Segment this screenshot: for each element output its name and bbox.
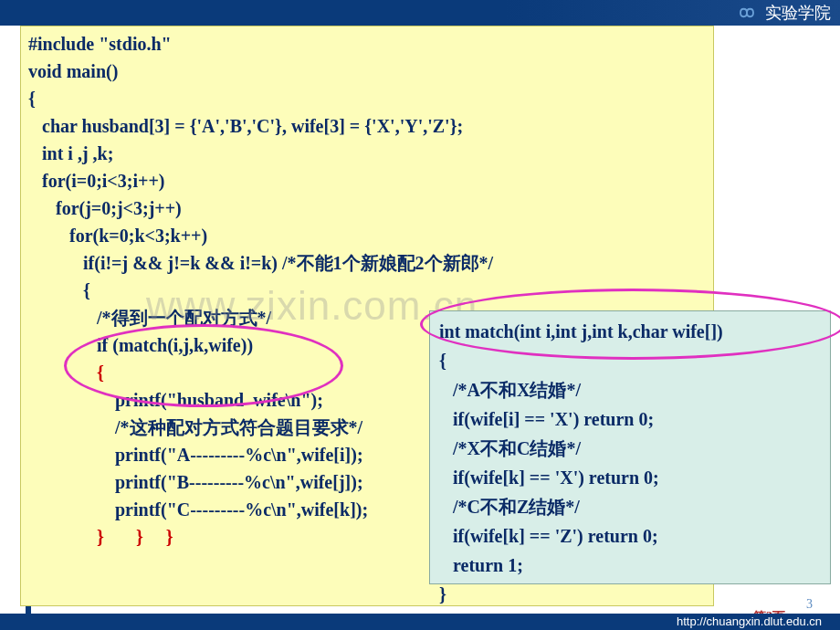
institution-text: 实验学院 (765, 2, 831, 24)
code-line: for(i=0;i<3;i++) (28, 167, 706, 194)
code-line: /*X不和C结婚*/ (439, 434, 821, 463)
code-line: if(wife[k] == 'Z') return 0; (439, 521, 821, 551)
code-line: for(j=0;j<3;j++) (28, 194, 706, 222)
code-line: /*C不和Z结婚*/ (439, 492, 821, 521)
header-bar: 实验学院 (0, 0, 840, 26)
highlight-ellipse-left (64, 324, 343, 407)
code-line: void main() (28, 58, 706, 85)
code-line: int i ,j ,k; (28, 140, 706, 167)
code-line: if(wife[k] == 'X') return 0; (439, 463, 821, 492)
infinity-logo-icon (734, 3, 760, 23)
code-line: { (28, 85, 706, 112)
code-line: } (439, 580, 821, 609)
highlight-ellipse-right (420, 289, 840, 360)
code-line: char husband[3] = {'A','B','C'}, wife[3]… (28, 112, 706, 140)
code-line: if(wife[i] == 'X') return 0; (439, 404, 821, 434)
code-line: if(i!=j && j!=k && i!=k) /*不能1个新娘配2个新郎*/ (28, 249, 706, 277)
code-line: for(k=0;k<3;k++) (28, 222, 706, 249)
slide-index: 3 (806, 597, 813, 612)
code-line: #include "stdio.h" (28, 30, 706, 58)
footer-url: http://chuangxin.dlut.edu.cn (0, 614, 840, 630)
logo-area: 实验学院 (734, 2, 831, 24)
code-line: /*A不和X结婚*/ (439, 375, 821, 404)
code-line: return 1; (439, 551, 821, 580)
